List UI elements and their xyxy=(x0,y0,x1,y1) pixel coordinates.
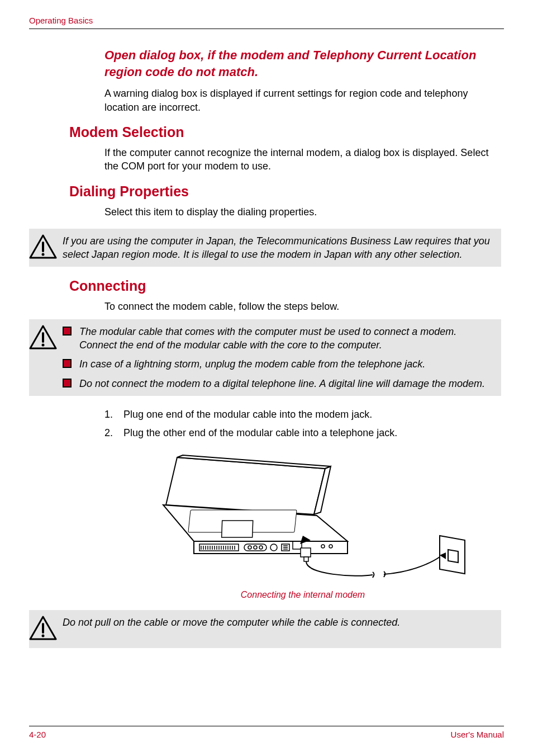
page-footer: 4-20 User's Manual xyxy=(29,726,504,739)
svg-rect-12 xyxy=(222,521,253,537)
step-1: 1. Plug one end of the modular cable int… xyxy=(104,407,501,422)
list-item: In case of a lightning storm, unplug the… xyxy=(63,357,492,371)
caution-icon xyxy=(29,234,57,261)
callout-connecting-warnings: The modular cable that comes with the co… xyxy=(29,319,501,396)
callout-no-pull-text: Do not pull on the cable or move the com… xyxy=(63,616,496,629)
callout-no-pull: Do not pull on the cable or move the com… xyxy=(29,610,501,648)
figure-connecting-modem: Connecting the internal modem xyxy=(104,452,501,600)
paragraph-modem-selection: If the computer cannot recognize the int… xyxy=(104,146,501,173)
paragraph-connecting-intro: To connect the modem cable, follow the s… xyxy=(104,300,501,313)
callout-connecting-list: The modular cable that comes with the co… xyxy=(63,325,496,390)
connecting-steps: 1. Plug one end of the modular cable int… xyxy=(104,407,501,441)
svg-point-2 xyxy=(42,253,45,256)
callout-japan-law-text: If you are using the computer in Japan, … xyxy=(63,234,496,262)
caution-icon xyxy=(29,325,57,352)
paragraph-open-dialog: A warning dialog box is displayed if cur… xyxy=(104,87,501,114)
bullet-text: In case of a lightning storm, unplug the… xyxy=(79,357,425,371)
paragraph-dialing-properties: Select this item to display the dialing … xyxy=(104,205,501,219)
step-number: 2. xyxy=(104,426,123,441)
page-number: 4-20 xyxy=(29,730,46,739)
callout-japan-law: If you are using the computer in Japan, … xyxy=(29,229,501,267)
warning-bullet-list: The modular cable that comes with the co… xyxy=(63,325,492,390)
header-section-label: Operating Basics xyxy=(29,16,504,25)
figure-caption: Connecting the internal modem xyxy=(104,590,501,600)
bullet-icon xyxy=(63,327,72,336)
step-text: Plug the other end of the modular cable … xyxy=(123,426,397,441)
header-divider xyxy=(29,29,504,29)
bullet-icon xyxy=(63,379,72,388)
footer-divider xyxy=(29,726,504,726)
step-text: Plug one end of the modular cable into t… xyxy=(123,407,372,422)
bullet-text: Do not connect the modem to a digital te… xyxy=(79,377,485,390)
list-item: Do not connect the modem to a digital te… xyxy=(63,377,492,390)
doc-title: User's Manual xyxy=(451,730,504,739)
heading-open-dialog: Open dialog box, if the modem and Teleph… xyxy=(104,47,501,80)
list-item: The modular cable that comes with the co… xyxy=(63,325,492,352)
step-2: 2. Plug the other end of the modular cab… xyxy=(104,426,501,441)
laptop-modem-diagram xyxy=(135,452,470,583)
bullet-text: The modular cable that comes with the co… xyxy=(79,325,492,352)
heading-modem-selection: Modem Selection xyxy=(69,124,501,140)
svg-marker-45 xyxy=(448,550,458,563)
svg-point-49 xyxy=(42,634,45,637)
svg-point-5 xyxy=(42,343,45,346)
step-number: 1. xyxy=(104,407,123,422)
heading-dialing-properties: Dialing Properties xyxy=(69,183,501,200)
svg-rect-42 xyxy=(301,548,311,557)
caution-icon xyxy=(29,616,57,642)
bullet-icon xyxy=(63,359,72,368)
heading-connecting: Connecting xyxy=(69,278,501,294)
